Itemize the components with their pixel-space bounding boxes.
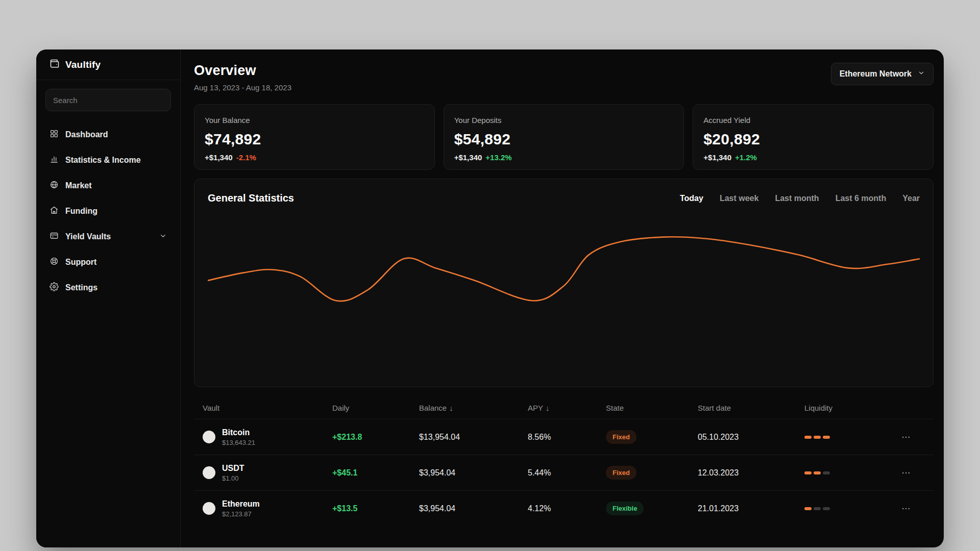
stat-card-label: Your Balance (205, 116, 424, 124)
tab-today[interactable]: Today (680, 194, 703, 203)
daily-change: +$213.8 (332, 433, 419, 442)
sort-descending-icon: ↓ (546, 404, 550, 412)
funding-icon (50, 206, 59, 217)
stat-card-percent: -2.1% (236, 153, 256, 162)
sidebar-item-statistics-income[interactable]: Statistics & Income (42, 148, 174, 172)
state-badge: Fixed (606, 430, 636, 444)
row-menu-button[interactable] (901, 468, 934, 478)
start-date: 21.01.2023 (698, 504, 804, 513)
line-chart-container (208, 226, 920, 334)
app-logo: Vaultify (36, 49, 180, 80)
stat-card-value: $54,892 (454, 131, 674, 148)
sidebar-nav: Dashboard Statistics & Income Market Fun… (36, 114, 180, 308)
balance-value: $3,954.04 (419, 504, 528, 513)
liquidity-indicator (804, 507, 901, 510)
table-row-usdt[interactable]: USDT $1.00 +$45.1 $3,954.04 5.44% Fixed … (194, 455, 934, 490)
vault-avatar (203, 431, 215, 443)
liquidity-indicator (804, 436, 901, 439)
column-header-vault: Vault (203, 404, 332, 412)
main-content: Overview Aug 13, 2023 - Aug 18, 2023 Eth… (181, 49, 944, 547)
balance-value: $13,954.04 (419, 433, 528, 442)
time-range-tabs: Today Last week Last month Last 6 month … (680, 194, 920, 203)
column-header-apy[interactable]: APY↓ (528, 404, 606, 412)
column-header-balance[interactable]: Balance↓ (419, 404, 528, 412)
sidebar-item-market[interactable]: Market (42, 173, 174, 198)
sort-descending-icon: ↓ (449, 404, 453, 412)
sidebar-item-yield-vaults[interactable]: Yield Vaults (42, 224, 174, 249)
tab-year[interactable]: Year (902, 194, 920, 203)
table-row-ethereum[interactable]: Ethereum $2,123.87 +$13.5 $3,954.04 4.12… (194, 490, 934, 526)
balance-value: $3,954.04 (419, 468, 528, 478)
tab-last-6-month[interactable]: Last 6 month (836, 194, 887, 203)
daily-change: +$45.1 (332, 468, 419, 478)
sidebar-item-label: Settings (65, 283, 97, 292)
wallet-logo-icon (50, 59, 60, 71)
statistics-line-chart (208, 226, 920, 334)
search-input[interactable] (45, 89, 171, 111)
column-header-start-date: Start date (698, 404, 804, 412)
stat-card-change: +$1,340-2.1% (205, 153, 424, 162)
vault-price: $1.00 (222, 474, 244, 482)
vault-avatar (203, 502, 215, 515)
stat-card-percent: +13.2% (485, 153, 511, 162)
vault-icon (50, 231, 59, 242)
sidebar-item-label: Funding (65, 207, 97, 216)
sidebar-item-label: Yield Vaults (65, 232, 111, 241)
support-icon (50, 257, 59, 268)
sidebar-item-dashboard[interactable]: Dashboard (42, 122, 174, 147)
sidebar: Vaultify Dashboard Statistics & Income M… (36, 49, 181, 547)
stat-card-change: +$1,340+1.2% (703, 153, 923, 162)
apy-value: 4.12% (528, 504, 606, 513)
column-header-liquidity: Liquidity (804, 404, 901, 412)
row-menu-button[interactable] (901, 504, 934, 514)
stat-card-deposits: Your Deposits $54,892 +$1,340+13.2% (444, 104, 684, 170)
sidebar-item-funding[interactable]: Funding (42, 199, 174, 223)
chevron-down-icon (918, 69, 925, 79)
app-name: Vaultify (65, 59, 101, 70)
page-title: Overview (194, 63, 291, 79)
sidebar-item-label: Support (65, 258, 96, 267)
sidebar-item-label: Market (65, 181, 92, 190)
state-badge: Fixed (606, 466, 636, 480)
vault-avatar (203, 466, 215, 479)
table-header-row: Vault Daily Balance↓ APY↓ State Start da… (194, 396, 934, 419)
general-statistics-panel: General Statistics Today Last week Last … (194, 179, 934, 387)
sidebar-item-label: Statistics & Income (65, 156, 141, 165)
apy-value: 8.56% (528, 433, 606, 442)
table-row-bitcoin[interactable]: Bitcoin $13,643.21 +$213.8 $13,954.04 8.… (194, 419, 934, 455)
statistics-icon (50, 155, 59, 166)
tab-last-month[interactable]: Last month (775, 194, 819, 203)
sidebar-item-label: Dashboard (65, 130, 108, 139)
start-date: 12.03.2023 (698, 468, 804, 478)
row-menu-button[interactable] (901, 432, 934, 442)
stat-card-label: Your Deposits (454, 116, 674, 124)
date-range: Aug 13, 2023 - Aug 18, 2023 (194, 83, 291, 92)
gear-icon (50, 282, 59, 293)
network-selector-button[interactable]: Ethereum Network (831, 63, 934, 85)
vaults-table: Vault Daily Balance↓ APY↓ State Start da… (194, 396, 934, 526)
page-header: Overview Aug 13, 2023 - Aug 18, 2023 Eth… (194, 63, 934, 92)
vault-price: $13,643.21 (222, 439, 255, 446)
app-window: Vaultify Dashboard Statistics & Income M… (36, 49, 944, 547)
stat-card-percent: +1.2% (735, 153, 757, 162)
network-selector-label: Ethereum Network (840, 69, 912, 79)
column-header-state: State (606, 404, 698, 412)
stat-card-change: +$1,340+13.2% (454, 153, 674, 162)
daily-change: +$13.5 (332, 504, 419, 513)
chevron-down-icon (159, 232, 167, 242)
sidebar-item-settings[interactable]: Settings (42, 276, 174, 300)
tab-last-week[interactable]: Last week (720, 194, 758, 203)
vault-name: Ethereum (222, 499, 260, 509)
vault-name: USDT (222, 464, 244, 473)
column-header-daily: Daily (332, 404, 419, 412)
statistics-title: General Statistics (208, 192, 294, 204)
stat-cards-row: Your Balance $74,892 +$1,340-2.1% Your D… (194, 104, 934, 170)
sidebar-item-support[interactable]: Support (42, 250, 174, 274)
stat-card-value: $20,892 (703, 131, 923, 148)
stat-card-label: Accrued Yield (703, 116, 923, 124)
vault-price: $2,123.87 (222, 510, 260, 518)
vault-name: Bitcoin (222, 428, 255, 437)
apy-value: 5.44% (528, 468, 606, 478)
state-badge: Flexible (606, 502, 644, 515)
globe-icon (50, 180, 59, 191)
